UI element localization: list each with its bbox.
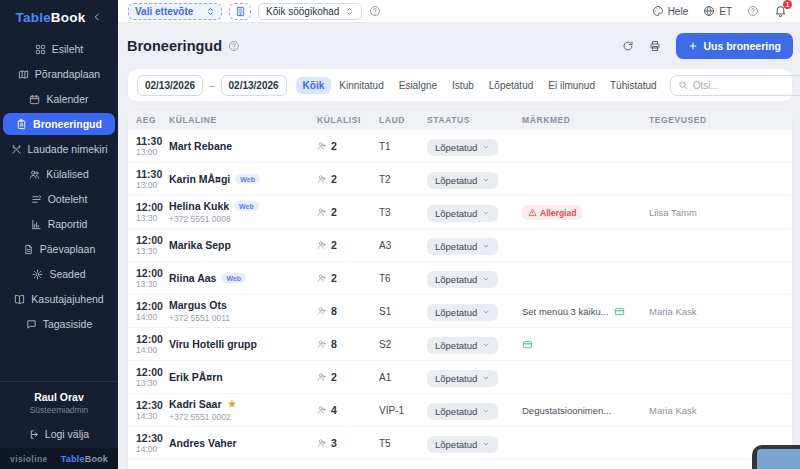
status-label: Lõpetatud xyxy=(435,307,477,318)
building-icon xyxy=(235,6,246,17)
date-from-input[interactable] xyxy=(137,75,203,96)
screen-widget-thumbnail[interactable] xyxy=(752,445,800,469)
theme-toggle[interactable]: Hele xyxy=(652,5,689,17)
sidebar-collapse-icon[interactable] xyxy=(92,12,102,22)
sidebar-item-label: Tagasiside xyxy=(43,318,93,330)
logout-button[interactable]: Logi välja xyxy=(4,428,114,440)
notes-cell: Allergiad xyxy=(522,203,649,221)
palette-icon xyxy=(652,5,664,17)
booking-row[interactable]: 12:3014:30Kadri Saar+372 5551 00024VIP-1… xyxy=(128,394,792,427)
chevron-updown-icon xyxy=(206,7,215,16)
print-icon[interactable] xyxy=(649,40,661,52)
table-header-row: AEGKÜLALINEKÜLALISILAUDSTAATUSMÄRKMEDTEG… xyxy=(128,110,792,130)
help-icon[interactable] xyxy=(369,5,381,17)
location-select[interactable]: Kõik söögikohad xyxy=(258,3,362,20)
booking-time: 12:3014:00 xyxy=(136,432,169,455)
company-building-button[interactable] xyxy=(229,3,251,20)
filter-tab-ei-ilmunud[interactable]: Ei ilmunud xyxy=(541,77,602,94)
booking-row[interactable]: 12:0014:00Margus Ots+372 5551 00118S1Lõp… xyxy=(128,295,792,328)
booking-row[interactable]: 12:3014:00Andres Vaher3T5Lõpetatud xyxy=(128,427,792,460)
filter-tab-lopetatud[interactable]: Lõpetatud xyxy=(482,77,541,94)
booking-row[interactable]: 12:0013:30Riina AasWeb2T6Lõpetatud xyxy=(128,262,792,295)
logout-icon xyxy=(29,429,40,440)
guest-count: 8 xyxy=(317,305,379,317)
notifications-button[interactable]: 1 xyxy=(774,4,787,19)
chevron-down-icon xyxy=(482,209,490,217)
search-box[interactable] xyxy=(670,75,800,96)
cutlery-icon xyxy=(11,144,22,155)
guests-icon xyxy=(317,306,327,316)
new-booking-button[interactable]: Uus broneering xyxy=(676,33,793,59)
guest-name: Viru Hotelli grupp xyxy=(169,338,257,350)
status-select[interactable]: Lõpetatud xyxy=(427,436,498,453)
status-select[interactable]: Lõpetatud xyxy=(427,271,498,288)
header-actions: Uus broneering xyxy=(622,33,793,59)
table-label: A3 xyxy=(379,240,427,251)
status-cell: Lõpetatud xyxy=(427,368,522,387)
booking-guest: Riina AasWeb xyxy=(169,272,317,284)
status-select[interactable]: Lõpetatud xyxy=(427,304,498,321)
status-select[interactable]: Lõpetatud xyxy=(427,205,498,222)
refresh-icon[interactable] xyxy=(622,40,634,52)
booking-guest: Margus Ots+372 5551 0011 xyxy=(169,299,317,323)
sidebar-item-kalender[interactable]: Kalender xyxy=(3,88,115,110)
page-help-icon[interactable] xyxy=(228,40,240,52)
sidebar-item-paevaplaan[interactable]: Päevaplaan xyxy=(3,238,115,260)
filter-tab-esialgne[interactable]: Esialgne xyxy=(392,77,444,94)
column-header-aeg: AEG xyxy=(136,115,169,125)
sidebar-item-porandaplaan[interactable]: Põrandaplaan xyxy=(3,63,115,85)
filter-tab-tuhistatud[interactable]: Tühistatud xyxy=(603,77,664,94)
date-to-input[interactable] xyxy=(221,75,287,96)
status-cell: Lõpetatud xyxy=(427,434,522,453)
guest-count: 8 xyxy=(317,338,379,350)
web-badge: Web xyxy=(221,273,246,283)
status-select[interactable]: Lõpetatud xyxy=(427,403,498,420)
sidebar-item-seaded[interactable]: Seaded xyxy=(3,263,115,285)
filter-tab-kinnitatud[interactable]: Kinnitatud xyxy=(332,77,390,94)
booking-row[interactable]: 12:0013:30Helina KukkWeb+372 5551 00082T… xyxy=(128,196,792,229)
theme-label: Hele xyxy=(668,6,689,17)
sidebar-item-ooteleht[interactable]: Ooteleht xyxy=(3,188,115,210)
notification-badge: 1 xyxy=(783,0,792,9)
booking-row[interactable]: 12:0013:30Marika Sepp2A3Lõpetatud xyxy=(128,229,792,262)
sidebar-item-laudade-nimekiri[interactable]: Laudade nimekiri xyxy=(3,138,115,160)
search-input[interactable] xyxy=(693,80,800,91)
sidebar-item-raportid[interactable]: Raportid xyxy=(3,213,115,235)
app-logo[interactable]: TableBook xyxy=(16,10,86,25)
status-label: Lõpetatud xyxy=(435,373,477,384)
status-select[interactable]: Lõpetatud xyxy=(427,172,498,189)
booking-guest: Karin MÅ¤giWeb xyxy=(169,173,317,185)
logout-label: Logi välja xyxy=(45,428,89,440)
column-header-kulalisi: KÜLALISI xyxy=(317,115,379,125)
booking-row[interactable]: 11:3013:00Karin MÅ¤giWeb2T2Lõpetatud xyxy=(128,163,792,196)
company-select-value: Vali ettevõte xyxy=(135,6,193,17)
company-select[interactable]: Vali ettevõte xyxy=(128,3,222,20)
status-select[interactable]: Lõpetatud xyxy=(427,139,498,156)
sidebar-item-kulalised[interactable]: Külalised xyxy=(3,163,115,185)
status-select[interactable]: Lõpetatud xyxy=(427,337,498,354)
booking-row[interactable]: 12:0014:00Viru Hotelli grupp8S2Lõpetatud xyxy=(128,328,792,361)
help-icon[interactable] xyxy=(747,5,759,17)
status-cell: Lõpetatud xyxy=(427,170,522,189)
sidebar-item-tagasiside[interactable]: Tagasiside xyxy=(3,313,115,335)
sidebar-item-broneeringud[interactable]: Broneeringud xyxy=(3,113,115,135)
sidebar-user-section: Raul Orav Süsteemiadmin Logi välja xyxy=(0,381,118,448)
status-select[interactable]: Lõpetatud xyxy=(427,370,498,387)
language-select[interactable]: ET xyxy=(703,5,732,17)
booking-row[interactable]: 12:0013:30Erik PÅ¤rn2A1Lõpetatud xyxy=(128,361,792,394)
user-role: Süsteemiadmin xyxy=(4,405,114,415)
sidebar-item-kasutajajuhend[interactable]: Kasutajajuhend xyxy=(3,288,115,310)
status-select[interactable]: Lõpetatud xyxy=(427,238,498,255)
guest-name: Kadri Saar xyxy=(169,398,222,410)
booking-guest: Helina KukkWeb+372 5551 0008 xyxy=(169,200,317,224)
booking-row[interactable]: 11:3013:00Mart Rebane2T1Lõpetatud xyxy=(128,130,792,163)
new-booking-label: Uus broneering xyxy=(703,40,781,52)
sidebar-item-esileht[interactable]: Esileht xyxy=(3,38,115,60)
app-root: TableBook EsilehtPõrandaplaanKalenderBro… xyxy=(0,0,800,469)
status-cell: Lõpetatud xyxy=(427,401,522,420)
guests-icon xyxy=(317,273,327,283)
filter-tab-istub[interactable]: Istub xyxy=(445,77,481,94)
booking-row[interactable]: 12:30 xyxy=(128,460,792,469)
filter-tab-koik[interactable]: Kõik xyxy=(296,77,332,94)
sidebar-item-label: Kalender xyxy=(46,93,88,105)
